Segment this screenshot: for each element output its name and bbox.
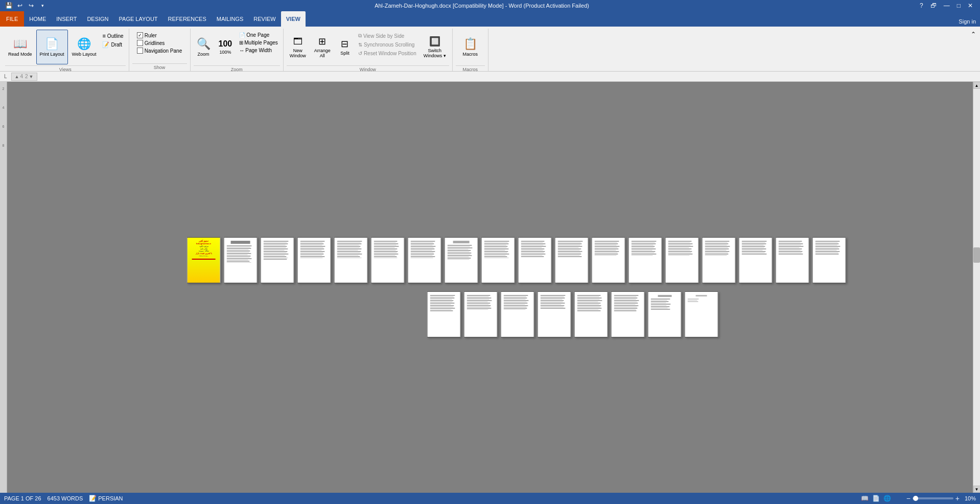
page-8[interactable] [445, 237, 478, 283]
print-layout-button[interactable]: 📄 Print Layout [36, 30, 68, 64]
zoom-slider-thumb[interactable] [913, 496, 918, 501]
tab-design[interactable]: DESIGN [82, 11, 113, 27]
page-25[interactable] [648, 291, 682, 337]
gridlines-check-icon [137, 40, 143, 46]
tab-home[interactable]: HOME [24, 11, 51, 27]
undo-icon[interactable]: ↩ [15, 1, 25, 10]
page-width-button[interactable]: ↔ Page Width [237, 47, 280, 54]
redo-icon[interactable]: ↪ [27, 1, 36, 10]
page-3[interactable] [261, 237, 294, 283]
page-10[interactable] [518, 237, 552, 283]
arrange-all-button[interactable]: ⊞ ArrangeAll [311, 30, 334, 64]
page-7-content [408, 238, 441, 283]
minimize-button[interactable]: — [941, 2, 953, 9]
one-page-button[interactable]: 📄 One Page [237, 32, 280, 38]
page-15[interactable] [702, 237, 736, 283]
page-12[interactable] [592, 237, 625, 283]
page-14[interactable] [665, 237, 699, 283]
outline-icon: ≡ [102, 33, 105, 39]
tab-references[interactable]: REFERENCES [163, 11, 212, 27]
read-mode-button[interactable]: 📖 Read Mode [5, 30, 35, 64]
page-21[interactable] [501, 291, 534, 337]
new-window-button[interactable]: 🗔 NewWindow [287, 30, 309, 64]
help-button[interactable]: ? [917, 2, 926, 9]
close-button[interactable]: ✕ [965, 2, 976, 9]
tab-insert[interactable]: INSERT [51, 11, 82, 27]
collapse-ribbon-button[interactable]: ⌃ [969, 29, 978, 71]
macros-button[interactable]: 📋 Macros [459, 30, 481, 64]
page-10-content [519, 238, 551, 283]
page-9[interactable] [481, 237, 515, 283]
tab-mailings[interactable]: MAILINGS [212, 11, 249, 27]
page-18[interactable] [812, 237, 846, 283]
tab-stop-indicator[interactable]: L [4, 74, 7, 79]
save-icon[interactable]: 💾 [4, 1, 13, 10]
page-20[interactable] [464, 291, 498, 337]
page-7[interactable] [408, 237, 441, 283]
page-11[interactable] [555, 237, 589, 283]
page-6[interactable] [371, 237, 405, 283]
page-19-content [428, 292, 460, 337]
zoom-button[interactable]: 🔍 Zoom [194, 30, 214, 64]
page-17[interactable] [776, 237, 809, 283]
web-layout-view-btn[interactable]: 🌐 [883, 494, 892, 503]
page-4[interactable] [297, 237, 331, 283]
tab-file[interactable]: FILE [0, 11, 24, 27]
reset-window-position-button[interactable]: ↺ Reset Window Position [356, 50, 418, 57]
page-20-content [464, 292, 497, 337]
tab-page-layout[interactable]: PAGE LAYOUT [114, 11, 163, 27]
ruler-down-icon[interactable]: ▼ [29, 74, 34, 79]
view-side-by-side-button[interactable]: ⧉ View Side by Side [356, 32, 418, 40]
switch-windows-button[interactable]: 🔲 SwitchWindows ▾ [421, 30, 449, 64]
page-16[interactable] [739, 237, 773, 283]
split-button[interactable]: ⊟ Split [336, 30, 354, 64]
page-1[interactable]: تحقیق آنلاینfohoghonline.ir مرجع دانلودپ… [187, 237, 221, 283]
page-24[interactable] [611, 291, 645, 337]
document-area[interactable]: 2 4 6 8 تحقیق آنلاینfohoghonline.ir مرجع… [0, 82, 980, 493]
page-1-subtitle: با کمترین قیمت بازار [196, 253, 212, 255]
navigation-pane-checkbox[interactable]: Navigation Pane [136, 47, 183, 54]
page-5[interactable] [334, 237, 368, 283]
page-22[interactable] [538, 291, 571, 337]
draft-button[interactable]: 📝 Draft [100, 40, 125, 49]
page-26[interactable] [685, 291, 718, 337]
sign-in-link[interactable]: Sign in [954, 16, 980, 27]
read-mode-view-btn[interactable]: 📖 [860, 494, 870, 503]
zoom-plus-button[interactable]: + [955, 494, 960, 502]
scroll-track[interactable] [973, 89, 980, 486]
page-2[interactable] [224, 237, 258, 283]
tab-review[interactable]: REVIEW [248, 11, 281, 27]
restore-button[interactable]: 🗗 [927, 2, 940, 9]
view-side-by-side-icon: ⧉ [358, 33, 362, 39]
page-13[interactable] [628, 237, 662, 283]
customize-qat-icon[interactable]: ▾ [38, 1, 47, 10]
vertical-scrollbar[interactable]: ▲ ▼ [973, 82, 980, 493]
scroll-up-button[interactable]: ▲ [973, 82, 981, 89]
synchronous-scrolling-button[interactable]: ⇅ Synchronous Scrolling [356, 41, 418, 49]
one-hundred-percent-button[interactable]: 100 100% [216, 30, 236, 64]
zoom-minus-button[interactable]: − [906, 494, 911, 502]
maximize-button[interactable]: □ [954, 2, 964, 9]
page-23[interactable] [574, 291, 608, 337]
gridlines-checkbox[interactable]: Gridlines [136, 39, 183, 47]
scroll-thumb[interactable] [973, 247, 980, 263]
page-6-content [371, 238, 404, 283]
outline-draft-col: ≡ Outline 📝 Draft [100, 30, 125, 49]
scroll-down-button[interactable]: ▼ [973, 486, 981, 493]
page-9-content [482, 238, 515, 283]
multiple-pages-button[interactable]: ⊞ Multiple Pages [237, 39, 280, 46]
tab-view[interactable]: VIEW [281, 11, 306, 27]
views-group-label: Views [5, 65, 126, 72]
page-18-content [813, 238, 846, 283]
page-17-content [776, 238, 809, 283]
page-3-content [261, 238, 294, 283]
title-bar: 💾 ↩ ↪ ▾ Ahl-Zameh-Dar-Hoghugh.docx [Comp… [0, 0, 980, 11]
page-19[interactable] [427, 291, 461, 337]
outline-button[interactable]: ≡ Outline [100, 32, 125, 40]
print-layout-view-btn[interactable]: 📄 [872, 494, 881, 503]
zoom-slider[interactable] [913, 497, 953, 499]
macros-group-content: 📋 Macros [459, 29, 481, 65]
web-layout-button[interactable]: 🌐 Web Layout [69, 30, 100, 64]
ruler-up-icon[interactable]: ▲ [15, 74, 19, 79]
ruler-checkbox[interactable]: ✓ Ruler [136, 32, 183, 39]
